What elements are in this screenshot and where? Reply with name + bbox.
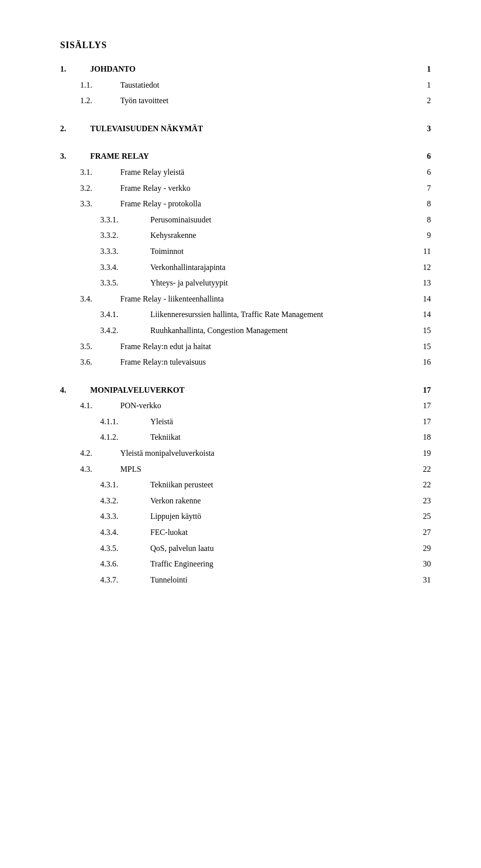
entry-page-2: 3 xyxy=(411,122,431,135)
entry-page-3-5: 15 xyxy=(411,340,431,353)
entry-number-4-1: 4.1. xyxy=(80,399,120,412)
toc-entry-3: 3. FRAME RELAY 6 xyxy=(60,150,431,163)
toc-entry-3-3: 3.3. Frame Relay - protokolla 8 xyxy=(60,197,431,210)
toc-entry-3-3-1: 3.3.1. Perusominaisuudet 8 xyxy=(60,213,431,226)
entry-number-4-3-5: 4.3.5. xyxy=(100,542,150,555)
entry-text-4-3-5: QoS, palvelun laatu xyxy=(150,542,214,555)
entry-number-3-3-5: 3.3.5. xyxy=(100,276,150,290)
entry-number-1-2: 1.2. xyxy=(80,94,120,107)
entry-text-3-4-1: Liikenneresurssien hallinta, Traffic Rat… xyxy=(150,308,323,321)
toc-entry-3-3-2: 3.3.2. Kehysrakenne 9 xyxy=(60,229,431,242)
entry-text-3-6: Frame Relay:n tulevaisuus xyxy=(120,356,206,369)
entry-text-1-1: Taustatiedot xyxy=(120,79,159,92)
entry-text-4-3-6: Traffic Engineering xyxy=(150,557,213,570)
toc-entry-4: 4. MONIPALVELUVERKOT 17 xyxy=(60,384,431,397)
entry-number-4: 4. xyxy=(60,384,90,397)
entry-number-3-3-1: 3.3.1. xyxy=(100,213,150,226)
toc-entry-4-1: 4.1. PON-verkko 17 xyxy=(60,399,431,412)
entry-text-4-3-3: Lippujen käyttö xyxy=(150,510,201,523)
entry-number-3-3-4: 3.3.4. xyxy=(100,261,150,274)
entry-page-3: 6 xyxy=(411,150,431,163)
entry-number-3-2: 3.2. xyxy=(80,182,120,195)
toc-entry-4-1-1: 4.1.1. Yleistä 17 xyxy=(60,415,431,428)
entry-number-4-3-7: 4.3.7. xyxy=(100,573,150,587)
entry-page-4-3: 22 xyxy=(411,463,431,476)
entry-text-3-3-4: Verkonhallintarajapinta xyxy=(150,261,225,274)
entry-page-4-2: 19 xyxy=(411,447,431,460)
toc-entry-4-3-3: 4.3.3. Lippujen käyttö 25 xyxy=(60,510,431,523)
entry-page-3-4-2: 15 xyxy=(411,324,431,337)
entry-page-4-3-5: 29 xyxy=(411,542,431,555)
entry-text-4-1-2: Tekniikat xyxy=(150,431,180,444)
entry-text-1-2: Työn tavoitteet xyxy=(120,94,168,107)
entry-number-3-3: 3.3. xyxy=(80,197,120,210)
toc-entry-4-3-7: 4.3.7. Tunnelointi 31 xyxy=(60,573,431,587)
entry-text-4-3: MPLS xyxy=(120,463,141,476)
entry-text-4-3-2: Verkon rakenne xyxy=(150,494,201,507)
entry-number-4-3-1: 4.3.1. xyxy=(100,478,150,491)
entry-number-4-3: 4.3. xyxy=(80,463,120,476)
toc-entry-4-3-5: 4.3.5. QoS, palvelun laatu 29 xyxy=(60,542,431,555)
entry-number-4-1-2: 4.1.2. xyxy=(100,431,150,444)
entry-text-3-5: Frame Relay:n edut ja haitat xyxy=(120,340,211,353)
entry-page-3-4: 14 xyxy=(411,293,431,306)
entry-text-3-3-2: Kehysrakenne xyxy=(150,229,196,242)
entry-number-3: 3. xyxy=(60,150,90,163)
entry-page-1: 1 xyxy=(411,63,431,76)
entry-page-3-3: 8 xyxy=(411,197,431,210)
toc-entry-2: 2. TULEVAISUUDEN NÄKYMÄT 3 xyxy=(60,122,431,135)
entry-text-4: MONIPALVELUVERKOT xyxy=(90,384,184,397)
entry-text-3-3-3: Toiminnot xyxy=(150,245,183,258)
toc-entry-1-2: 1.2. Työn tavoitteet 2 xyxy=(60,94,431,107)
entry-text-1: JOHDANTO xyxy=(90,63,135,76)
entry-number-3-4-2: 3.4.2. xyxy=(100,324,150,337)
entry-page-3-3-2: 9 xyxy=(411,229,431,242)
entry-page-4-3-7: 31 xyxy=(411,573,431,587)
entry-page-4-1-1: 17 xyxy=(411,415,431,428)
toc-entry-4-3-1: 4.3.1. Tekniikan perusteet 22 xyxy=(60,478,431,491)
entry-page-3-3-5: 13 xyxy=(411,276,431,290)
entry-text-3-1: Frame Relay yleistä xyxy=(120,166,184,179)
toc-entry-3-3-3: 3.3.3. Toiminnot 11 xyxy=(60,245,431,258)
entry-page-3-2: 7 xyxy=(411,182,431,195)
entry-text-2: TULEVAISUUDEN NÄKYMÄT xyxy=(90,122,203,135)
toc-entry-4-3-6: 4.3.6. Traffic Engineering 30 xyxy=(60,557,431,570)
entry-text-4-2: Yleistä monipalveluverkoista xyxy=(120,447,214,460)
entry-number-4-3-4: 4.3.4. xyxy=(100,526,150,539)
entry-number-3-6: 3.6. xyxy=(80,356,120,369)
entry-page-4-1-2: 18 xyxy=(411,431,431,444)
entry-text-3-4-2: Ruuhkanhallinta, Congestion Management xyxy=(150,324,288,337)
entry-number-3-5: 3.5. xyxy=(80,340,120,353)
entry-number-3-1: 3.1. xyxy=(80,166,120,179)
entry-page-4-3-4: 27 xyxy=(411,526,431,539)
toc-entry-1: 1. JOHDANTO 1 xyxy=(60,63,431,76)
toc-entry-3-5: 3.5. Frame Relay:n edut ja haitat 15 xyxy=(60,340,431,353)
entry-text-3: FRAME RELAY xyxy=(90,150,149,163)
toc-container: SISÄLLYS 1. JOHDANTO 1 1.1. Taustatiedot… xyxy=(60,40,431,586)
entry-number-4-3-2: 4.3.2. xyxy=(100,494,150,507)
entry-text-3-4: Frame Relay - liikenteenhallinta xyxy=(120,293,224,306)
entry-number-3-4-1: 3.4.1. xyxy=(100,308,150,321)
entry-number-1: 1. xyxy=(60,63,90,76)
entry-page-3-3-4: 12 xyxy=(411,261,431,274)
entry-page-4-3-3: 25 xyxy=(411,510,431,523)
entry-number-4-3-6: 4.3.6. xyxy=(100,557,150,570)
entry-page-3-4-1: 14 xyxy=(411,308,431,321)
toc-entry-3-3-5: 3.3.5. Yhteys- ja palvelutyypit 13 xyxy=(60,276,431,290)
entry-number-3-3-2: 3.3.2. xyxy=(100,229,150,242)
toc-title: SISÄLLYS xyxy=(60,40,431,51)
entry-page-4: 17 xyxy=(411,384,431,397)
entry-number-2: 2. xyxy=(60,122,90,135)
entry-text-4-3-1: Tekniikan perusteet xyxy=(150,478,213,491)
entry-page-1-1: 1 xyxy=(411,79,431,92)
entry-text-4-1: PON-verkko xyxy=(120,399,161,412)
entry-page-1-2: 2 xyxy=(411,94,431,107)
entry-number-3-4: 3.4. xyxy=(80,293,120,306)
entry-number-4-2: 4.2. xyxy=(80,447,120,460)
entry-text-3-3-1: Perusominaisuudet xyxy=(150,213,211,226)
entry-text-3-3: Frame Relay - protokolla xyxy=(120,197,201,210)
toc-entry-4-1-2: 4.1.2. Tekniikat 18 xyxy=(60,431,431,444)
toc-entry-3-2: 3.2. Frame Relay - verkko 7 xyxy=(60,182,431,195)
entry-number-1-1: 1.1. xyxy=(80,79,120,92)
toc-entry-4-3-4: 4.3.4. FEC-luokat 27 xyxy=(60,526,431,539)
